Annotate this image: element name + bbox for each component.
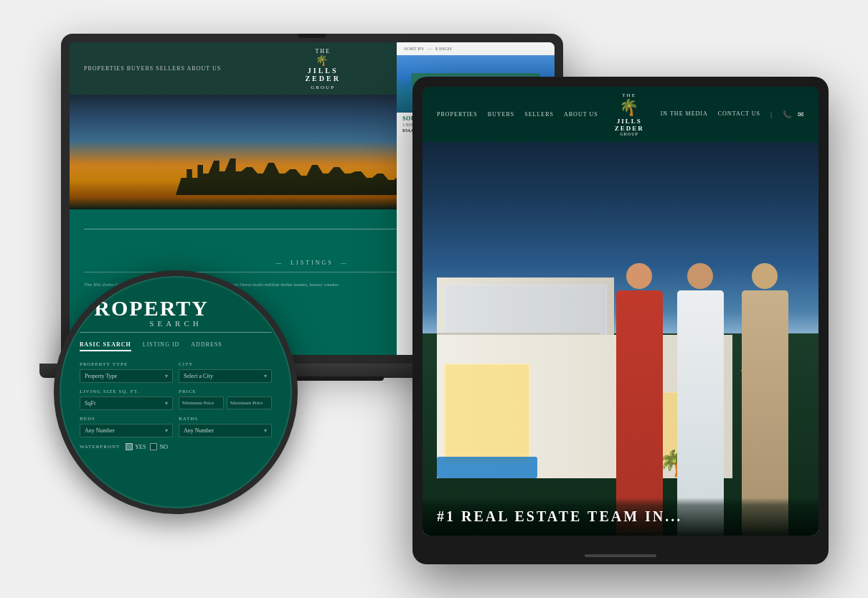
waterfront-row: WATERFRONT YES NO	[80, 443, 272, 450]
tablet-scene: 🌴 🌴	[423, 87, 819, 536]
tablet-nav-left: PROPERTIES BUYERS SELLERS ABOUT US	[437, 111, 598, 118]
city-value: Select a City	[184, 373, 213, 379]
tablet-bottom-banner: #1 REAL ESTATE TEAM IN...	[423, 498, 819, 536]
sort-value[interactable]: $ HIGH	[435, 46, 452, 52]
search-title: PROPERTY	[80, 298, 272, 319]
woman-2-head	[687, 263, 713, 289]
woman-2	[664, 263, 736, 536]
property-type-select[interactable]: Property Type	[80, 369, 173, 383]
tablet-body: 🌴 🌴	[412, 77, 829, 564]
waterfront-label: WATERFRONT	[80, 444, 120, 450]
tablet-device: 🌴 🌴	[412, 77, 829, 564]
circle-inner: PROPERTY SEARCH BASIC SEARCH LISTING ID …	[60, 276, 292, 508]
property-type-label: PROPERTY TYPE	[80, 361, 173, 367]
nav-properties[interactable]: PROPERTIES	[84, 65, 125, 72]
house-main-window	[444, 364, 530, 464]
tablet-nav-contact[interactable]: CONTACT US	[718, 110, 760, 118]
price-min-input[interactable]: Minimum Price	[179, 397, 224, 409]
tablet-nav-media[interactable]: IN THE MEDIA	[661, 110, 708, 118]
laptop-notch	[298, 34, 326, 38]
search-circle: PROPERTY SEARCH BASIC SEARCH LISTING ID …	[54, 270, 298, 514]
search-form: PROPERTY TYPE Property Type CITY Select …	[80, 361, 272, 437]
tablet-phone-icon: 📞	[783, 110, 792, 118]
baths-value: Any Number	[184, 427, 214, 434]
price-label: PRICE	[179, 389, 272, 394]
search-subtitle: SEARCH	[80, 319, 272, 333]
women-group	[603, 234, 819, 536]
city-select[interactable]: Select a City	[179, 369, 272, 383]
radio-no-label: NO	[159, 444, 168, 450]
tablet-nav-right: IN THE MEDIA CONTACT US | 📞 ✉	[661, 110, 804, 118]
form-group-property-type: PROPERTY TYPE Property Type	[80, 361, 173, 383]
nav-sellers[interactable]: SELLERS	[156, 65, 185, 72]
laptop-nav-left: PROPERTIES BUYERS SELLERS ABOUT US	[84, 65, 221, 72]
tablet-nav-properties[interactable]: PROPERTIES	[437, 111, 478, 118]
beds-select[interactable]: Any Number	[80, 424, 173, 437]
tablet-nav-sellers[interactable]: SELLERS	[524, 111, 554, 118]
form-group-beds: BEDS Any Number	[80, 416, 173, 437]
tab-listing-id[interactable]: LISTING ID	[143, 341, 180, 351]
waterfront-radio-group: YES NO	[126, 443, 168, 450]
tab-basic-search[interactable]: BASIC SEARCH	[80, 341, 131, 351]
woman-1-head	[626, 263, 652, 289]
nav-buyers[interactable]: BUYERS	[127, 65, 154, 72]
tablet-screen: 🌴 🌴	[423, 87, 819, 536]
tablet-logo: THE 🌴 JILLSZEDER GROUP	[615, 92, 644, 136]
search-tabs: BASIC SEARCH LISTING ID ADDRESS	[80, 341, 272, 351]
price-row: Minimum Price Maximum Price	[179, 397, 272, 409]
palm-icon: 🌴	[316, 55, 330, 66]
city-label: CITY	[179, 361, 272, 367]
baths-select[interactable]: Any Number	[179, 424, 272, 437]
form-group-living-size: LIVING SIZE SQ. FT. SqFt	[80, 389, 173, 410]
radio-yes-box	[126, 443, 133, 450]
radio-no-box	[150, 443, 157, 450]
waterfront-no[interactable]: NO	[150, 443, 168, 450]
tablet-nav-icons: 📞 ✉	[783, 110, 804, 118]
radio-yes-label: YES	[135, 444, 146, 450]
tablet-palm-icon: 🌴	[615, 98, 644, 117]
form-group-price: PRICE Minimum Price Maximum Price	[179, 389, 272, 410]
living-size-label: LIVING SIZE SQ. FT.	[80, 389, 173, 394]
tablet-nav-divider: |	[770, 110, 773, 118]
sort-dash: —	[428, 46, 433, 52]
beds-label: BEDS	[80, 416, 173, 422]
tablet-pool	[437, 457, 537, 478]
sort-label: SORT BY	[404, 46, 425, 52]
exclusive-sub-text: —	[275, 260, 291, 266]
beds-value: Any Number	[85, 427, 115, 434]
tab-address[interactable]: ADDRESS	[191, 341, 222, 351]
waterfront-yes[interactable]: YES	[126, 443, 146, 450]
main-scene: PROPERTIES BUYERS SELLERS ABOUT US THE 🌴…	[39, 19, 829, 579]
banner-text: #1 REAL ESTATE TEAM IN...	[437, 508, 682, 525]
form-group-baths: BATHS Any Number	[179, 416, 272, 437]
nav-about[interactable]: ABOUT US	[187, 65, 222, 72]
tablet-mail-icon: ✉	[798, 110, 804, 118]
woman-3	[729, 263, 801, 536]
sort-row: SORT BY — $ HIGH	[397, 42, 555, 55]
tablet-nav-about[interactable]: ABOUT US	[564, 111, 598, 118]
baths-label: BATHS	[179, 416, 272, 422]
living-size-select[interactable]: SqFt	[80, 397, 173, 410]
property-type-value: Property Type	[85, 373, 117, 379]
woman-3-head	[752, 263, 778, 289]
price-max-input[interactable]: Maximum Price	[227, 397, 272, 409]
living-size-value: SqFt	[85, 400, 95, 407]
tablet-nav-buyers[interactable]: BUYERS	[488, 111, 515, 118]
tablet-home-bar	[585, 554, 656, 557]
laptop-logo: THE 🌴 JILLSZEDER GROUP	[305, 47, 340, 90]
tablet-nav: PROPERTIES BUYERS SELLERS ABOUT US THE 🌴…	[423, 87, 819, 142]
form-group-city: CITY Select a City	[179, 361, 272, 383]
